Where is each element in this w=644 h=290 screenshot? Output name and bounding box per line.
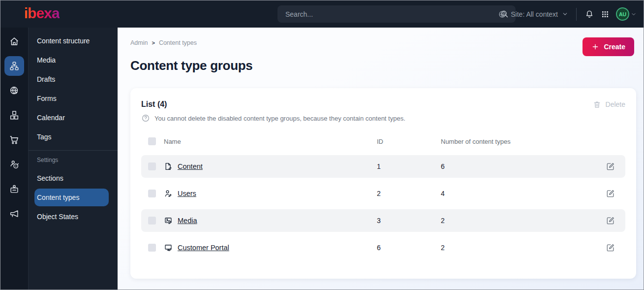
- table-row: Users 2 4: [141, 182, 625, 205]
- delete-button[interactable]: Delete: [593, 100, 625, 109]
- group-link[interactable]: Users: [178, 190, 196, 197]
- select-all-checkbox[interactable]: [148, 137, 156, 145]
- group-count: 4: [441, 190, 596, 197]
- sidebar-item-sections[interactable]: Sections: [34, 169, 109, 187]
- image-icon: [164, 216, 178, 225]
- sidebar-item-media[interactable]: Media: [34, 51, 109, 69]
- app-window: ibexa Site: All context: [0, 0, 644, 290]
- edit-button[interactable]: [596, 161, 615, 171]
- sidebar-item-label: Forms: [37, 95, 57, 102]
- sidebar-divider: [29, 150, 118, 151]
- sidebar-item-label: Media: [37, 56, 56, 64]
- sidebar-item-label: Drafts: [37, 75, 55, 83]
- group-id: 3: [377, 217, 441, 225]
- chevron-down-icon: [631, 11, 637, 17]
- edit-button[interactable]: [596, 216, 615, 226]
- sidebar-item-content-types[interactable]: Content types: [34, 189, 109, 206]
- sidebar-item-label: Tags: [37, 133, 52, 141]
- edit-button[interactable]: [596, 243, 615, 253]
- group-count: 2: [441, 217, 596, 225]
- trash-icon: [593, 100, 601, 109]
- main-content: Admin > Content types Create Content typ…: [118, 28, 644, 290]
- group-link[interactable]: Content: [178, 162, 203, 170]
- personalization-icon: [9, 159, 20, 170]
- app-grid-icon[interactable]: [601, 10, 610, 19]
- rail-item-personalization[interactable]: [4, 155, 24, 174]
- cart-icon: [9, 134, 20, 145]
- page-title: Content type groups: [130, 58, 636, 73]
- group-id: 6: [377, 244, 441, 252]
- topbar-actions: Site: All context AU: [498, 0, 637, 28]
- content-file-icon: [164, 162, 178, 171]
- site-context-selector[interactable]: Site: All context: [498, 10, 568, 19]
- site-context-label: Site: All context: [511, 10, 558, 18]
- rail-item-products[interactable]: [4, 105, 24, 125]
- breadcrumb-separator: >: [152, 40, 154, 46]
- table-row: Customer Portal 6 2: [141, 236, 625, 259]
- megaphone-icon: [9, 208, 20, 219]
- list-hint-text: You cannot delete the disabled content t…: [154, 115, 405, 122]
- site-icon: [9, 85, 20, 96]
- rail-item-company[interactable]: [4, 179, 24, 199]
- row-checkbox[interactable]: [148, 190, 156, 197]
- sidebar-item-label: Content types: [37, 193, 79, 201]
- group-count: 2: [441, 244, 596, 252]
- breadcrumb-item-content-types: Content types: [159, 39, 197, 46]
- globe-icon: [498, 10, 507, 19]
- column-header-count: Number of content types: [441, 138, 596, 145]
- sidebar-menu: Content structure Media Drafts Forms Cal…: [29, 28, 118, 290]
- create-button[interactable]: Create: [583, 37, 634, 56]
- table-row: Content 1 6: [141, 155, 625, 178]
- delete-button-label: Delete: [606, 100, 625, 108]
- group-id: 2: [377, 190, 441, 197]
- group-link[interactable]: Customer Portal: [178, 244, 229, 252]
- rail-item-dashboard[interactable]: [4, 32, 24, 51]
- sidebar-item-object-states[interactable]: Object States: [34, 208, 109, 226]
- help-circle-icon: [141, 114, 150, 123]
- group-id: 1: [377, 162, 441, 170]
- row-checkbox[interactable]: [148, 162, 156, 170]
- user-menu[interactable]: AU: [616, 7, 637, 21]
- plus-icon: [591, 43, 599, 51]
- sidebar-item-label: Sections: [37, 174, 63, 182]
- rail-item-site[interactable]: [4, 81, 24, 100]
- company-icon: [9, 184, 20, 194]
- sidebar-item-drafts[interactable]: Drafts: [34, 70, 109, 88]
- global-search: [277, 5, 516, 23]
- sidebar-item-label: Object States: [37, 213, 78, 221]
- rail-item-content[interactable]: [4, 56, 24, 76]
- table-row: Media 3 2: [141, 209, 625, 232]
- notifications-bell-icon[interactable]: [584, 9, 594, 19]
- sidebar-item-content-structure[interactable]: Content structure: [34, 32, 109, 50]
- rail-item-commerce[interactable]: [4, 130, 24, 150]
- search-input[interactable]: [277, 10, 500, 18]
- create-button-label: Create: [604, 43, 625, 51]
- edit-button[interactable]: [596, 189, 615, 198]
- products-icon: [9, 110, 20, 121]
- breadcrumb-item-admin[interactable]: Admin: [130, 39, 148, 46]
- top-bar: ibexa Site: All context: [0, 0, 644, 28]
- sidebar-item-tags[interactable]: Tags: [34, 128, 109, 146]
- user-icon: [164, 189, 178, 198]
- row-checkbox[interactable]: [148, 244, 156, 252]
- table-body: Content 1 6 Users 2 4: [141, 155, 625, 259]
- group-link[interactable]: Media: [178, 217, 197, 225]
- list-title: List (4): [141, 100, 167, 109]
- content-type-groups-card: List (4) Delete You cannot delete the di…: [130, 88, 636, 279]
- icon-rail: [0, 28, 29, 290]
- home-icon: [9, 36, 20, 47]
- sidebar-item-label: Content structure: [37, 37, 90, 45]
- column-header-id: ID: [377, 138, 441, 145]
- monitor-icon: [164, 243, 178, 252]
- sidebar-section-settings: Settings: [29, 157, 118, 163]
- sidebar-item-calendar[interactable]: Calendar: [34, 109, 109, 127]
- row-checkbox[interactable]: [148, 217, 156, 225]
- group-count: 6: [441, 162, 596, 170]
- list-hint: You cannot delete the disabled content t…: [141, 114, 625, 123]
- avatar: AU: [616, 7, 629, 21]
- ibexa-logo[interactable]: ibexa: [24, 5, 60, 22]
- rail-item-marketing[interactable]: [4, 204, 24, 224]
- sidebar-item-forms[interactable]: Forms: [34, 90, 109, 107]
- content-tree-icon: [9, 61, 20, 71]
- table-header: Name ID Number of content types: [141, 133, 625, 149]
